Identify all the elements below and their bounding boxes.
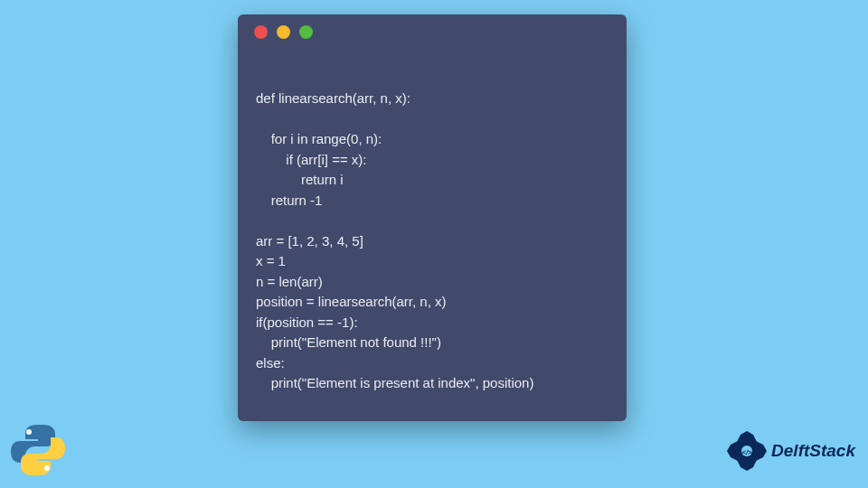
minimize-icon[interactable] [277,25,290,39]
delftstack-text: DelftStack [771,441,855,461]
maximize-icon[interactable] [299,25,313,39]
code-window: def linearsearch(arr, n, x): for i in ra… [238,14,627,421]
svg-point-0 [26,429,32,435]
python-icon [9,421,67,479]
delftstack-icon: </> [726,430,768,472]
code-snippet: def linearsearch(arr, n, x): for i in ra… [238,49,627,412]
svg-text:</>: </> [741,448,752,456]
close-icon[interactable] [254,25,268,39]
svg-point-1 [44,465,50,471]
delftstack-logo: </> DelftStack [726,430,855,472]
window-titlebar [238,14,627,49]
